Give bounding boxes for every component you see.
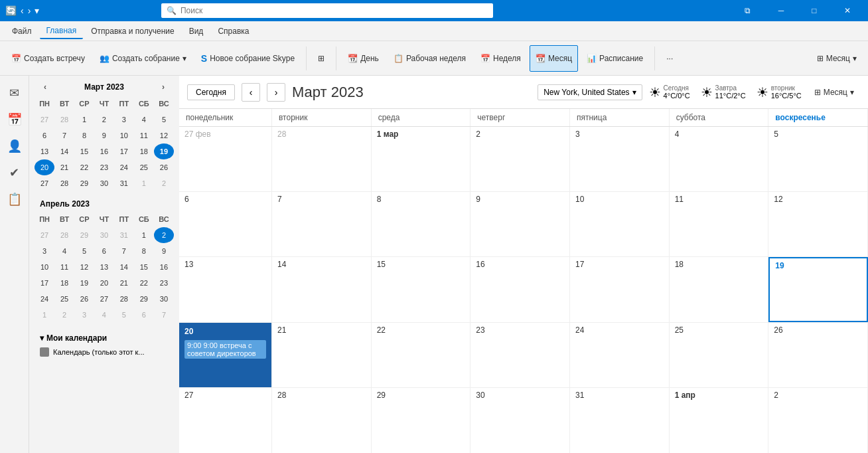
mini-date[interactable]: 28 [54, 112, 74, 128]
today-button[interactable]: Сегодня [187, 84, 235, 100]
mini-date[interactable]: 16 [154, 259, 174, 275]
day-cell[interactable]: 11 [670, 192, 769, 256]
mini-date[interactable]: 26 [74, 291, 94, 307]
prev-month-button[interactable]: ‹ [242, 83, 260, 102]
day-cell[interactable]: 27 [179, 388, 272, 453]
day-cell[interactable]: 12 [768, 192, 868, 256]
mini-date[interactable]: 30 [94, 175, 114, 191]
day-cell[interactable]: 3 [570, 127, 670, 191]
mini-date[interactable]: 5 [74, 243, 94, 259]
mini-date[interactable]: 2 [154, 227, 174, 243]
day-cell[interactable]: 2 [768, 388, 868, 453]
mini-date[interactable]: 1 [134, 227, 154, 243]
day-cell[interactable]: 14 [272, 257, 372, 321]
contacts-nav-button[interactable]: 👤 [3, 134, 27, 158]
mini-date[interactable]: 2 [154, 175, 174, 191]
day-cell[interactable]: 6 [179, 192, 272, 256]
mini-date[interactable]: 15 [134, 259, 154, 275]
mini-date[interactable]: 27 [35, 112, 54, 128]
mini-date[interactable]: 7 [154, 307, 174, 323]
create-meeting-button[interactable]: 📅 Создать встречу [5, 45, 91, 72]
mini-date[interactable]: 25 [54, 291, 74, 307]
mini-date[interactable]: 12 [154, 128, 174, 143]
mini-date[interactable]: 4 [54, 243, 74, 259]
mini-date[interactable]: 18 [134, 143, 154, 159]
next-month-button[interactable]: › [267, 83, 285, 102]
day-cell[interactable]: 10 [570, 192, 670, 256]
mini-date[interactable]: 10 [114, 128, 134, 143]
day-cell[interactable]: 17 [570, 257, 670, 321]
mini-date[interactable]: 19 [74, 275, 94, 291]
mini-cal-prev[interactable]: ‹ [40, 81, 50, 93]
expand-button[interactable]: ⊞ [312, 45, 330, 72]
day-cell[interactable]: 4 [670, 127, 769, 191]
mini-date[interactable]: 24 [114, 159, 134, 175]
mini-date[interactable]: 17 [114, 143, 134, 159]
mini-date[interactable]: 16 [94, 143, 114, 159]
mini-date[interactable]: 3 [74, 307, 94, 323]
calendar-item[interactable]: Календарь (только этот к... [35, 345, 174, 359]
mini-date[interactable]: 22 [74, 159, 94, 175]
day-cell[interactable]: 8 [372, 192, 471, 256]
maximize-button[interactable]: □ [799, 0, 830, 21]
day-cell[interactable]: 13 [179, 257, 272, 321]
workweek-button[interactable]: 📋 Рабочая неделя [388, 45, 472, 72]
day-cell[interactable]: 18 [670, 257, 769, 321]
more-button[interactable]: ··· [660, 45, 679, 72]
day-cell[interactable]: 5 [768, 127, 868, 191]
day-cell[interactable]: 16 [470, 257, 570, 321]
mini-cal-next[interactable]: › [158, 81, 169, 93]
mini-date[interactable]: 8 [134, 243, 154, 259]
calendar-nav-button[interactable]: 📅 [3, 108, 27, 132]
mini-date-today[interactable]: 19 [154, 143, 174, 159]
mini-date[interactable]: 29 [74, 175, 94, 191]
search-input[interactable] [181, 6, 488, 15]
mini-date[interactable]: 4 [134, 112, 154, 128]
mini-date[interactable]: 6 [94, 243, 114, 259]
mini-date[interactable]: 22 [134, 275, 154, 291]
mini-date[interactable]: 11 [54, 259, 74, 275]
mini-date[interactable]: 5 [154, 112, 174, 128]
mini-date[interactable]: 28 [114, 291, 134, 307]
mini-date[interactable]: 28 [54, 175, 74, 191]
day-cell-active[interactable]: 20 9:00 9:00 встреча с советом директоро… [179, 323, 272, 387]
mini-date[interactable]: 3 [35, 243, 54, 259]
day-cell[interactable]: 30 [470, 388, 570, 453]
mini-date[interactable]: 4 [94, 307, 114, 323]
restore-button[interactable]: ⧉ [733, 0, 763, 21]
mini-date[interactable]: 28 [54, 227, 74, 243]
day-cell[interactable]: 27 фев [179, 127, 272, 191]
close-button[interactable]: ✕ [832, 0, 863, 21]
mini-date[interactable]: 14 [114, 259, 134, 275]
mini-date[interactable]: 31 [114, 175, 134, 191]
mini-date-selected[interactable]: 20 [35, 159, 54, 175]
mini-date[interactable]: 30 [154, 291, 174, 307]
mini-date[interactable]: 24 [35, 291, 54, 307]
down-icon[interactable]: ▾ [35, 5, 39, 16]
day-cell[interactable]: 9 [470, 192, 570, 256]
skype-meeting-button[interactable]: S Новое собрание Skype [195, 45, 301, 72]
mini-date[interactable]: 1 [35, 307, 54, 323]
mini-date[interactable]: 18 [54, 275, 74, 291]
month-button[interactable]: 📆 Месяц [530, 45, 578, 72]
day-cell[interactable]: 24 [570, 323, 670, 387]
day-cell[interactable]: 21 [272, 323, 372, 387]
notes-nav-button[interactable]: 📋 [3, 187, 27, 211]
mini-date[interactable]: 30 [94, 227, 114, 243]
mail-nav-button[interactable]: ✉ [3, 81, 27, 105]
menu-home[interactable]: Главная [40, 23, 84, 39]
day-cell[interactable]: 7 [272, 192, 372, 256]
day-cell[interactable]: 15 [372, 257, 471, 321]
mini-date[interactable]: 23 [94, 159, 114, 175]
create-assembly-button[interactable]: 👥 Создать собрание ▾ [94, 45, 192, 72]
mini-date[interactable]: 6 [35, 128, 54, 143]
mini-date[interactable]: 10 [35, 259, 54, 275]
day-cell[interactable]: 25 [670, 323, 769, 387]
mini-date[interactable]: 1 [134, 175, 154, 191]
mini-date[interactable]: 5 [114, 307, 134, 323]
day-cell[interactable]: 28 [272, 127, 372, 191]
mini-date[interactable]: 2 [54, 307, 74, 323]
mini-date[interactable]: 29 [134, 291, 154, 307]
month-view-btn[interactable]: ⊞ Месяц ▾ [808, 79, 860, 106]
mini-date[interactable]: 9 [94, 128, 114, 143]
